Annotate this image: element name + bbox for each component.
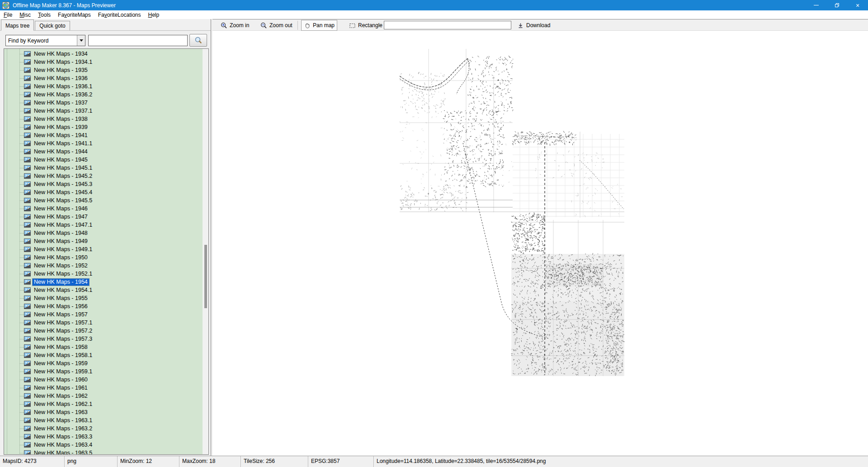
tree-item[interactable]: New HK Maps - 1963.1 (4, 416, 203, 424)
tree-item[interactable]: New HK Maps - 1958.1 (4, 351, 203, 359)
tree-item[interactable]: New HK Maps - 1934 (4, 50, 203, 58)
tree-item[interactable]: New HK Maps - 1963.3 (4, 433, 203, 441)
tree-item[interactable]: New HK Maps - 1961 (4, 384, 203, 392)
coords-input[interactable] (384, 21, 511, 29)
map-image-icon (24, 393, 31, 399)
tree-scrollbar[interactable] (203, 49, 208, 454)
map-image-icon (24, 67, 31, 73)
map-image-icon (24, 279, 31, 285)
tree-item[interactable]: New HK Maps - 1963 (4, 408, 203, 416)
tree-connector (20, 388, 24, 388)
map-image-icon (24, 361, 31, 366)
menu-item-favoritelocations[interactable]: FavoriteLocations (94, 11, 145, 19)
menu-item-misc[interactable]: Misc (16, 11, 34, 19)
tree-item[interactable]: New HK Maps - 1947 (4, 213, 203, 221)
map-preview-canvas[interactable] (400, 48, 626, 378)
search-button[interactable] (189, 34, 207, 47)
tabbar: Maps tree Quick goto (0, 19, 211, 31)
zoom-out-button[interactable]: Zoom out (258, 20, 295, 31)
pan-map-button[interactable]: Pan map (301, 20, 337, 31)
tree-item[interactable]: New HK Maps - 1935 (4, 66, 203, 74)
tree-item[interactable]: New HK Maps - 1957.1 (4, 319, 203, 327)
tree-scrollbar-thumb[interactable] (204, 245, 207, 308)
tree-item[interactable]: New HK Maps - 1946 (4, 205, 203, 213)
tree-item[interactable]: New HK Maps - 1947.1 (4, 221, 203, 229)
tree-item[interactable]: New HK Maps - 1941.1 (4, 139, 203, 148)
tree-item[interactable]: New HK Maps - 1936 (4, 74, 203, 82)
tree-item[interactable]: New HK Maps - 1945 (4, 156, 203, 164)
tree-item[interactable]: New HK Maps - 1945.2 (4, 172, 203, 180)
tree-item[interactable]: New HK Maps - 1957.2 (4, 327, 203, 335)
tree-item[interactable]: New HK Maps - 1952 (4, 262, 203, 270)
tab-maps-tree[interactable]: Maps tree (1, 19, 34, 31)
rectangle-select-icon (349, 22, 356, 29)
tree-item[interactable]: New HK Maps - 1936.1 (4, 82, 203, 91)
tree-item[interactable]: New HK Maps - 1944 (4, 148, 203, 156)
map-viewport[interactable] (212, 31, 868, 456)
tree-item[interactable]: New HK Maps - 1945.1 (4, 164, 203, 172)
tree-item-label: New HK Maps - 1963.5 (33, 450, 94, 455)
tree-item-label: New HK Maps - 1938 (33, 116, 89, 123)
tree-item[interactable]: New HK Maps - 1958 (4, 343, 203, 351)
tree-item[interactable]: New HK Maps - 1955 (4, 294, 203, 302)
tree-item[interactable]: New HK Maps - 1963.5 (4, 449, 203, 455)
tree-item[interactable]: New HK Maps - 1952.1 (4, 270, 203, 278)
tree-item-label: New HK Maps - 1957.1 (33, 319, 94, 326)
map-image-icon (24, 442, 31, 448)
map-image-icon (24, 190, 31, 195)
restore-button[interactable] (826, 0, 847, 10)
menu-item-favoritemaps[interactable]: FavoriteMaps (54, 11, 94, 19)
tree-item[interactable]: New HK Maps - 1949 (4, 237, 203, 245)
tree-item[interactable]: New HK Maps - 1934.1 (4, 58, 203, 66)
tree-item[interactable]: New HK Maps - 1957.3 (4, 335, 203, 343)
tree-item[interactable]: New HK Maps - 1941 (4, 131, 203, 139)
map-image-icon (24, 230, 31, 236)
zoom-in-button[interactable]: Zoom in (218, 20, 252, 31)
tree-item[interactable]: New HK Maps - 1948 (4, 229, 203, 237)
map-image-icon (24, 418, 31, 423)
tree-item[interactable]: New HK Maps - 1945.3 (4, 180, 203, 188)
tree-item[interactable]: New HK Maps - 1936.2 (4, 91, 203, 99)
tree-connector (20, 323, 24, 323)
tree-item[interactable]: New HK Maps - 1937.1 (4, 107, 203, 115)
tree-item[interactable]: New HK Maps - 1949.1 (4, 245, 203, 253)
rectangle-button[interactable]: Rectangle (346, 20, 385, 31)
tree-item[interactable]: New HK Maps - 1945.5 (4, 196, 203, 205)
tree-connector (20, 54, 24, 54)
status-panel: EPSG:3857 (308, 456, 374, 467)
tree-item[interactable]: New HK Maps - 1959 (4, 359, 203, 367)
tree-item[interactable]: New HK Maps - 1960 (4, 376, 203, 384)
search-mode-combobox[interactable]: Find by Keyword (5, 35, 85, 46)
tree-item[interactable]: New HK Maps - 1962.1 (4, 400, 203, 408)
titlebar: Offline Map Maker 8.367 - Maps Previewer… (0, 0, 868, 10)
tree-item[interactable]: New HK Maps - 1963.2 (4, 424, 203, 433)
tree-item[interactable]: New HK Maps - 1962 (4, 392, 203, 400)
tree-item[interactable]: New HK Maps - 1937 (4, 99, 203, 107)
menu-item-help[interactable]: Help (144, 11, 163, 19)
chevron-down-icon[interactable] (77, 35, 85, 46)
tree-item[interactable]: New HK Maps - 1938 (4, 115, 203, 123)
tree-item[interactable]: New HK Maps - 1963.4 (4, 441, 203, 449)
tree-item[interactable]: New HK Maps - 1954.1 (4, 286, 203, 294)
minimize-button[interactable] (806, 0, 826, 10)
tab-quick-goto[interactable]: Quick goto (35, 21, 70, 30)
tree-item[interactable]: New HK Maps - 1939 (4, 123, 203, 131)
tree-item[interactable]: New HK Maps - 1945.4 (4, 188, 203, 196)
map-image-icon (24, 124, 31, 130)
tree-connector (20, 347, 24, 348)
tree-item-label: New HK Maps - 1962 (33, 393, 89, 400)
tree-item[interactable]: New HK Maps - 1954 (4, 278, 203, 286)
menu-item-file[interactable]: File (0, 11, 16, 19)
tree-item[interactable]: New HK Maps - 1956 (4, 302, 203, 310)
map-image-icon (24, 238, 31, 244)
download-button[interactable]: Download (514, 20, 553, 31)
tree-item[interactable]: New HK Maps - 1957 (4, 310, 203, 319)
tree-item[interactable]: New HK Maps - 1959.1 (4, 367, 203, 376)
close-button[interactable]: × (847, 0, 868, 10)
map-image-icon (24, 198, 31, 203)
map-image-icon (24, 328, 31, 334)
search-input[interactable] (88, 35, 188, 46)
tree-connector (20, 62, 24, 62)
menu-item-tools[interactable]: Tools (34, 11, 54, 19)
tree-item[interactable]: New HK Maps - 1950 (4, 253, 203, 262)
